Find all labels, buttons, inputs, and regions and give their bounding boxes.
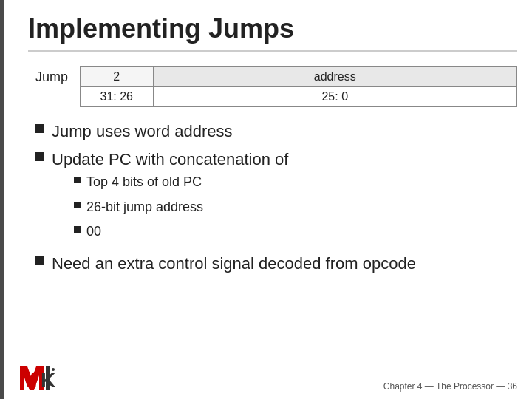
bullet-item-2: Update PC with concatenation of Top 4 bi… bbox=[35, 149, 517, 247]
instruction-table: 2 address 31: 26 25: 0 bbox=[80, 66, 517, 107]
svg-text:M: M bbox=[20, 369, 37, 392]
col2-value: address bbox=[153, 67, 517, 87]
sub-bullet-1: Top 4 bits of old PC bbox=[74, 173, 288, 191]
bullet-icon-3 bbox=[35, 256, 44, 265]
sub-bullet-2: 26-bit jump address bbox=[74, 198, 288, 216]
logo-icon: M K bbox=[18, 365, 55, 392]
col2-bits: 25: 0 bbox=[153, 87, 517, 107]
bullet-text-2-container: Update PC with concatenation of Top 4 bi… bbox=[52, 149, 288, 247]
diagram-row: Jump 2 address 31: 26 25: 0 bbox=[35, 66, 517, 107]
left-bar bbox=[0, 0, 4, 399]
bullet-item-3: Need an extra control signal decoded fro… bbox=[35, 253, 517, 275]
bullet-icon-2 bbox=[35, 152, 44, 161]
bullet-text-3: Need an extra control signal decoded fro… bbox=[52, 253, 416, 275]
footer: Chapter 4 — The Processor — 36 bbox=[383, 381, 517, 392]
main-content: Implementing Jumps Jump 2 address 31: 26… bbox=[13, 0, 532, 399]
sub-bullet-icon-2 bbox=[74, 202, 81, 208]
page-title: Implementing Jumps bbox=[28, 13, 517, 52]
col1-bits: 31: 26 bbox=[81, 87, 154, 107]
bullets-list: Jump uses word address Update PC with co… bbox=[35, 120, 517, 275]
sub-bullet-icon-3 bbox=[74, 226, 81, 233]
sub-bullets: Top 4 bits of old PC 26-bit jump address… bbox=[74, 173, 288, 241]
sub-bullet-text-2: 26-bit jump address bbox=[86, 198, 203, 216]
sub-bullet-icon-1 bbox=[74, 177, 81, 183]
svg-text:K: K bbox=[41, 369, 55, 392]
bullet-icon-1 bbox=[35, 124, 44, 133]
bullet-item-1: Jump uses word address bbox=[35, 120, 517, 143]
jump-label: Jump bbox=[35, 69, 72, 85]
logo-area: M K bbox=[18, 365, 55, 392]
bullet-text-2: Update PC with concatenation of bbox=[52, 150, 288, 168]
sub-bullet-text-1: Top 4 bits of old PC bbox=[86, 173, 202, 191]
bullet-text-1: Jump uses word address bbox=[52, 120, 233, 143]
col1-value: 2 bbox=[81, 67, 154, 87]
sub-bullet-3: 00 bbox=[74, 222, 288, 241]
sub-bullet-text-3: 00 bbox=[86, 222, 101, 241]
svg-point-6 bbox=[52, 368, 55, 371]
